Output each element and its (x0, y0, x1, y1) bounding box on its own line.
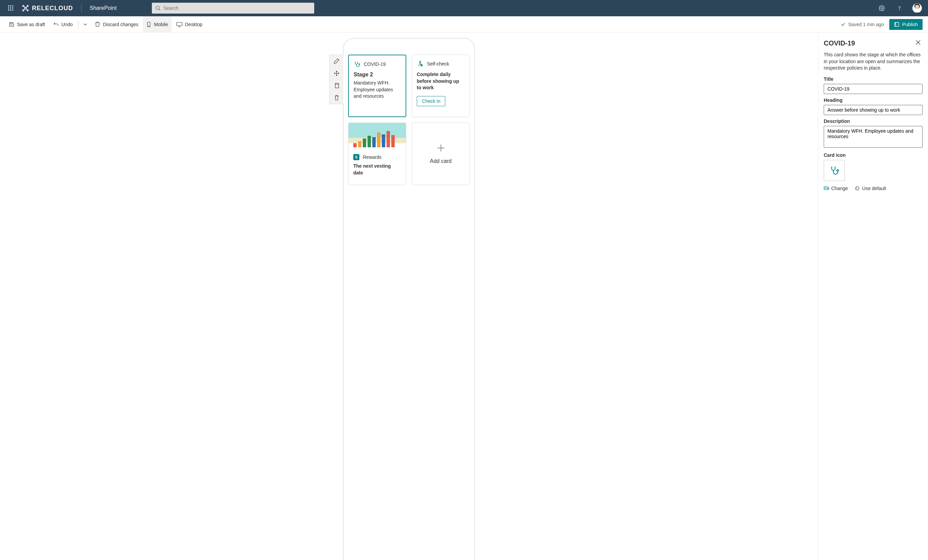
check-icon (841, 22, 846, 27)
svg-point-22 (359, 64, 360, 64)
publish-icon (894, 22, 899, 27)
svg-rect-0 (8, 5, 9, 6)
workspace: COVID-19 Stage 2 Mandatory WFH. Employee… (0, 33, 928, 560)
pencil-icon (334, 58, 340, 64)
mobile-icon (147, 22, 151, 27)
duplicate-tool-button[interactable] (330, 79, 344, 91)
change-label: Change (831, 186, 848, 191)
help-icon (896, 5, 902, 11)
suite-header: RELECLOUD SharePoint (0, 0, 928, 16)
canvas: COVID-19 Stage 2 Mandatory WFH. Employee… (0, 33, 818, 560)
image-swap-icon (824, 186, 829, 191)
tenant-brand: RELECLOUD (22, 5, 78, 12)
move-tool-button[interactable] (330, 67, 344, 79)
svg-rect-7 (10, 9, 11, 11)
input-description[interactable] (824, 126, 923, 148)
discard-icon (95, 22, 100, 27)
svg-rect-6 (8, 9, 9, 11)
add-card-button[interactable]: Add card (412, 123, 470, 185)
separator (78, 21, 78, 28)
settings-button[interactable] (874, 0, 890, 16)
card-icon-preview[interactable] (824, 160, 845, 181)
waffle-icon (8, 5, 14, 11)
input-heading[interactable] (824, 105, 923, 115)
change-icon-button[interactable]: Change (824, 186, 848, 191)
label-card-icon: Card icon (824, 152, 923, 158)
search-container (152, 3, 314, 14)
mobile-label: Mobile (154, 22, 168, 27)
search-box[interactable] (152, 3, 314, 14)
svg-rect-20 (895, 23, 899, 26)
svg-rect-1 (10, 5, 11, 6)
command-bar: Save as draft Undo Discard changes Mobil… (0, 16, 928, 33)
save-status: Saved 1 min ago (841, 22, 888, 27)
reset-icon (855, 186, 860, 191)
card-header: S Rewards (353, 154, 401, 160)
discard-label: Discard changes (103, 22, 138, 27)
edit-tool-button[interactable] (330, 55, 344, 67)
desktop-label: Desktop (185, 22, 203, 27)
discard-button[interactable]: Discard changes (92, 16, 142, 32)
product-name: SharePoint (84, 5, 122, 11)
card-rewards[interactable]: S Rewards The next vesting date (348, 123, 406, 185)
input-title[interactable] (824, 84, 923, 94)
save-draft-button[interactable]: Save as draft (5, 16, 49, 32)
use-default-button[interactable]: Use default (855, 186, 886, 191)
card-tool-rail (329, 55, 343, 104)
search-input[interactable] (163, 5, 311, 11)
publish-button[interactable]: Publish (889, 19, 923, 30)
panel-description: This card shows the stage at which the o… (824, 52, 923, 72)
card-body: The next vesting date (353, 163, 401, 176)
label-heading: Heading (824, 97, 923, 103)
help-button[interactable] (891, 0, 908, 16)
card-header: Self-check (417, 61, 465, 67)
svg-rect-5 (12, 8, 13, 9)
card-title: COVID-19 (364, 61, 386, 67)
label-title: Title (824, 76, 923, 82)
trash-icon (334, 95, 340, 101)
view-desktop-tab[interactable]: Desktop (173, 16, 206, 32)
card-covid[interactable]: COVID-19 Stage 2 Mandatory WFH. Employee… (348, 55, 406, 117)
copy-icon (334, 82, 340, 88)
card-illustration (348, 123, 406, 150)
plus-icon (436, 143, 446, 153)
svg-point-14 (156, 6, 159, 9)
svg-point-9 (23, 5, 24, 7)
gear-icon (879, 5, 885, 11)
undo-more-button[interactable] (81, 23, 90, 26)
card-title: Self-check (427, 61, 449, 67)
card-body: Mandatory WFH. Employee updates and reso… (354, 80, 401, 100)
card-grid: COVID-19 Stage 2 Mandatory WFH. Employee… (348, 55, 470, 185)
use-default-label: Use default (862, 186, 886, 191)
card-heading: Stage 2 (354, 72, 401, 78)
svg-rect-19 (177, 23, 182, 26)
undo-label: Undo (61, 22, 73, 27)
app-launcher-button[interactable] (3, 0, 19, 16)
undo-button[interactable]: Undo (50, 16, 76, 32)
save-icon (9, 22, 14, 27)
checkin-button[interactable]: Check in (417, 96, 445, 106)
avatar-icon (913, 3, 922, 13)
svg-point-12 (27, 10, 29, 11)
svg-rect-4 (10, 8, 11, 9)
svg-point-25 (837, 169, 839, 171)
mobile-preview-frame: COVID-19 Stage 2 Mandatory WFH. Employee… (343, 38, 475, 560)
undo-icon (53, 22, 59, 27)
account-button[interactable] (909, 0, 925, 16)
label-description: Description (824, 119, 923, 124)
delete-tool-button[interactable] (330, 91, 344, 104)
card-selfcheck[interactable]: Self-check Complete daily before showing… (412, 55, 470, 117)
svg-rect-2 (12, 5, 13, 6)
close-panel-button[interactable] (914, 38, 923, 48)
brand-logo-icon (22, 5, 29, 12)
tenant-name: RELECLOUD (32, 5, 73, 12)
publish-label: Publish (902, 22, 918, 27)
save-status-text: Saved 1 min ago (848, 22, 884, 27)
view-mobile-tab[interactable]: Mobile (143, 16, 171, 32)
suite-actions (874, 0, 925, 16)
search-icon (155, 5, 161, 11)
svg-rect-21 (335, 84, 339, 88)
svg-point-16 (899, 9, 899, 10)
desktop-icon (176, 22, 182, 27)
svg-rect-3 (8, 8, 9, 9)
